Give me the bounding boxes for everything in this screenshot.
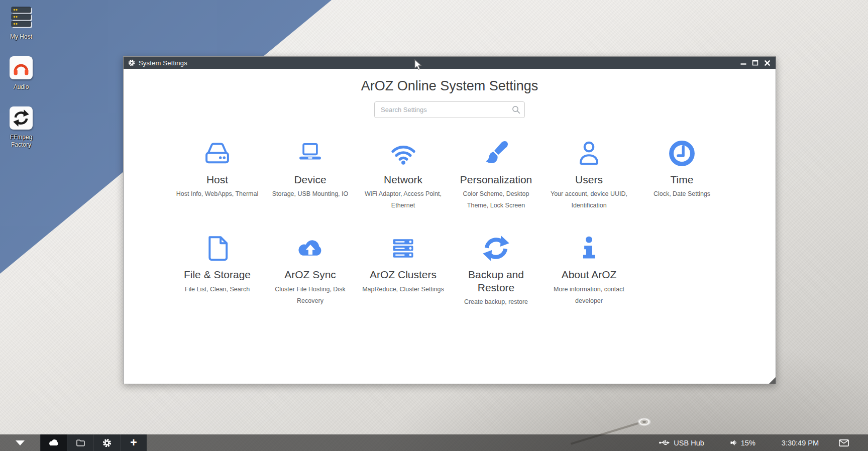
tile-title: Backup and Restore	[450, 268, 542, 293]
desktop-icon-label: FFmpeg Factory	[2, 134, 40, 149]
maximize-button[interactable]	[751, 59, 759, 66]
usb-status[interactable]: USB Hub	[659, 439, 704, 447]
tile-title: Time	[635, 173, 728, 186]
info-icon	[542, 233, 635, 263]
volume-level: 15%	[741, 439, 755, 447]
desktop-icon-label: My Host	[2, 33, 40, 41]
tile-title: Users	[542, 173, 635, 186]
tile-subtitle: Clock, Date Settings	[635, 188, 728, 200]
tile-title: ArOZ Clusters	[357, 268, 450, 281]
tile-subtitle: Color Scheme, Desktop Theme, Lock Screen	[450, 188, 542, 211]
desktop-icon-label: Audio	[2, 83, 40, 91]
settings-tile-aroz-clusters[interactable]: ArOZ ClustersMapReduce, Cluster Settings	[357, 233, 450, 308]
server-stack-icon	[357, 233, 450, 263]
chevron-down-icon	[16, 440, 25, 445]
taskbar-button-settings[interactable]	[93, 434, 120, 451]
wallpaper-hole	[636, 417, 651, 427]
speaker-icon	[730, 439, 737, 446]
window-title: System Settings	[139, 59, 187, 67]
system-settings-window: System Settings	[123, 56, 776, 384]
taskbar-button-files[interactable]	[67, 434, 93, 451]
settings-grid: HostHost Info, WebApps, ThermalDeviceSto…	[171, 138, 728, 308]
settings-tile-aroz-sync[interactable]: ArOZ SyncCluster File Hosting, Disk Reco…	[264, 233, 357, 308]
wifi-icon	[357, 138, 450, 168]
paintbrush-icon	[450, 138, 542, 168]
close-icon[interactable]	[764, 59, 771, 66]
desktop-icon-my-host[interactable]: My Host	[4, 6, 38, 41]
tile-subtitle: Storage, USB Mounting, IO	[264, 188, 357, 200]
gear-icon	[128, 59, 135, 66]
taskbar-button-add[interactable]: +	[120, 434, 147, 451]
window-resize-grip[interactable]	[769, 377, 776, 384]
tile-subtitle: WiFi Adaptor, Access Point, Ethernet	[357, 188, 450, 211]
user-icon	[542, 138, 635, 168]
tile-subtitle: File List, Clean, Search	[171, 284, 264, 295]
tile-title: Network	[357, 173, 450, 186]
clock-icon	[635, 138, 728, 168]
tile-subtitle: Create backup, restore	[450, 296, 542, 308]
tile-subtitle: Cluster File Hosting, Disk Recovery	[264, 284, 357, 307]
file-icon	[171, 233, 264, 263]
page-title: ArOZ Online System Settings	[124, 78, 776, 94]
settings-tile-backup-and-restore[interactable]: Backup and RestoreCreate backup, restore	[450, 233, 542, 308]
minimize-button[interactable]	[739, 59, 747, 66]
tile-subtitle: Your account, device UUID, Identificatio…	[542, 188, 635, 211]
plus-icon: +	[130, 437, 137, 448]
clock[interactable]: 3:30:49 PM	[782, 439, 819, 447]
tile-title: About ArOZ	[542, 268, 635, 281]
tile-subtitle: MapReduce, Cluster Settings	[357, 284, 450, 295]
tile-title: Host	[171, 173, 264, 186]
taskbar-button-cloud[interactable]	[40, 434, 67, 451]
search-box	[374, 101, 525, 118]
cloud-upload-icon	[264, 233, 357, 263]
hdd-icon	[171, 138, 264, 168]
tile-title: Device	[264, 173, 357, 186]
tile-title: Personalization	[450, 173, 542, 186]
sync-arrows-icon	[450, 233, 542, 263]
search-input[interactable]	[374, 101, 525, 118]
recycle-arrows-icon	[10, 106, 33, 130]
laptop-icon	[264, 138, 357, 168]
tile-title: ArOZ Sync	[264, 268, 357, 281]
window-content: ArOZ Online System Settings HostHost Inf…	[124, 69, 776, 384]
settings-tile-users[interactable]: UsersYour account, device UUID, Identifi…	[542, 138, 635, 211]
usb-label: USB Hub	[674, 439, 704, 447]
tile-title: File & Storage	[171, 268, 264, 281]
volume-status[interactable]: 15%	[730, 439, 755, 447]
taskbar: + USB Hub	[0, 434, 868, 451]
folder-icon	[76, 439, 85, 447]
window-titlebar[interactable]: System Settings	[124, 57, 776, 69]
server-rack-icon	[10, 6, 33, 29]
taskbar-menu-button[interactable]	[0, 434, 40, 451]
cloud-icon	[48, 439, 60, 446]
desktop-icon-audio[interactable]: Audio	[4, 56, 38, 91]
tile-subtitle: Host Info, WebApps, Thermal	[171, 188, 264, 200]
settings-tile-network[interactable]: NetworkWiFi Adaptor, Access Point, Ether…	[357, 138, 450, 211]
tile-subtitle: More information, contact developer	[542, 284, 635, 307]
settings-tile-personalization[interactable]: PersonalizationColor Scheme, Desktop The…	[450, 138, 542, 211]
settings-tile-time[interactable]: TimeClock, Date Settings	[635, 138, 728, 211]
headphones-icon	[10, 56, 33, 79]
settings-tile-file-storage[interactable]: File & StorageFile List, Clean, Search	[171, 233, 264, 308]
gear-icon	[102, 438, 112, 447]
desktop: My Host Audio FFmpeg Factor	[0, 0, 868, 451]
search-icon	[512, 105, 520, 114]
desktop-icon-ffmpeg-factory[interactable]: FFmpeg Factory	[4, 106, 38, 149]
settings-tile-host[interactable]: HostHost Info, WebApps, Thermal	[171, 138, 264, 211]
settings-tile-about-aroz[interactable]: About ArOZMore information, contact deve…	[542, 233, 635, 308]
system-tray: USB Hub 15% 3:30:49 PM	[659, 434, 868, 451]
settings-tile-device[interactable]: DeviceStorage, USB Mounting, IO	[264, 138, 357, 211]
window-controls	[739, 59, 771, 66]
usb-icon	[659, 439, 670, 446]
envelope-icon[interactable]	[839, 439, 849, 446]
